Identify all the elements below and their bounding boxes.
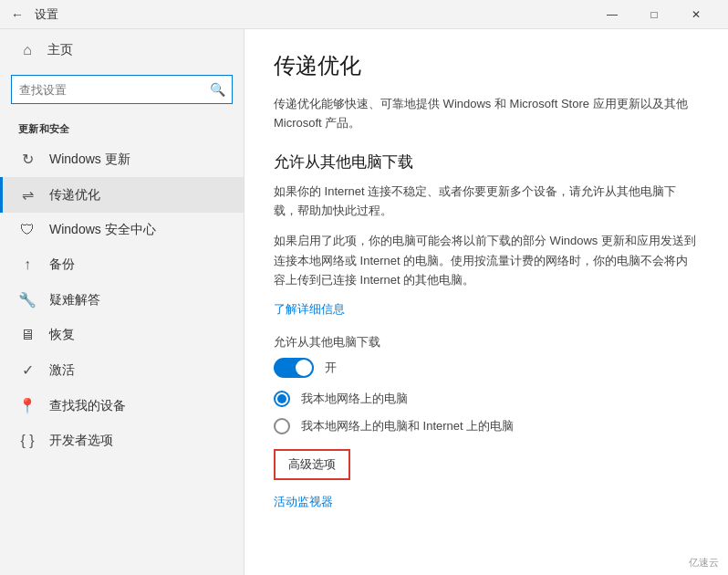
update-icon: ↻ <box>18 151 36 168</box>
sidebar-item-windows-security[interactable]: 🛡 Windows 安全中心 <box>0 213 244 247</box>
sidebar-item-windows-update[interactable]: ↻ Windows 更新 <box>0 141 244 177</box>
delivery-icon: ⇌ <box>18 186 36 204</box>
sidebar-label-windows-update: Windows 更新 <box>49 152 130 168</box>
sidebar-item-activation[interactable]: ✓ 激活 <box>0 352 244 388</box>
radio-option-internet[interactable]: 我本地网络上的电脑和 Internet 上的电脑 <box>274 418 699 434</box>
radio-local-circle <box>274 391 290 407</box>
activation-icon: ✓ <box>18 361 36 379</box>
sidebar-label-developer: 开发者选项 <box>49 433 113 449</box>
search-box: 🔍 <box>11 75 233 104</box>
toggle-knob <box>296 360 312 376</box>
sidebar-label-delivery-opt: 传递优化 <box>49 187 100 204</box>
allow-heading: 允许从其他电脑下载 <box>274 152 699 172</box>
sidebar-label-backup: 备份 <box>49 256 75 273</box>
sidebar: ⌂ 主页 🔍 更新和安全 ↻ Windows 更新 ⇌ 传递优化 🛡 Windo… <box>0 29 244 575</box>
search-input[interactable] <box>11 75 233 104</box>
back-button[interactable]: ← <box>11 7 24 22</box>
allow-desc1: 如果你的 Internet 连接不稳定、或者你要更新多个设备，请允许从其他电脑下… <box>274 182 699 221</box>
content-description: 传递优化能够快速、可靠地提供 Windows 和 Microsoft Store… <box>274 95 699 133</box>
toggle-switch[interactable] <box>274 358 314 378</box>
sidebar-label-find-device: 查找我的设备 <box>49 398 126 414</box>
main-container: ⌂ 主页 🔍 更新和安全 ↻ Windows 更新 ⇌ 传递优化 🛡 Windo… <box>0 29 728 575</box>
sidebar-label-recovery: 恢复 <box>49 327 75 343</box>
find-device-icon: 📍 <box>18 397 36 414</box>
window-controls: — □ ✕ <box>591 0 717 29</box>
home-label: 主页 <box>47 42 73 58</box>
radio-internet-circle <box>274 418 290 434</box>
recovery-icon: 🖥 <box>18 327 36 343</box>
sidebar-item-recovery[interactable]: 🖥 恢复 <box>0 318 244 352</box>
monitor-link[interactable]: 活动监视器 <box>274 495 333 508</box>
toggle-state-label: 开 <box>325 360 337 376</box>
toggle-section-label: 允许从其他电脑下载 <box>274 334 699 350</box>
content-area: 传递优化 传递优化能够快速、可靠地提供 Windows 和 Microsoft … <box>244 29 728 575</box>
home-icon: ⌂ <box>18 42 36 58</box>
title-bar: ← 设置 — □ ✕ <box>0 0 728 29</box>
close-button[interactable]: ✕ <box>675 0 717 29</box>
developer-icon: { } <box>18 433 36 449</box>
sidebar-home[interactable]: ⌂ 主页 <box>0 29 244 71</box>
sidebar-item-troubleshoot[interactable]: 🔧 疑难解答 <box>0 282 244 318</box>
shield-icon: 🛡 <box>18 222 36 238</box>
sidebar-item-find-device[interactable]: 📍 查找我的设备 <box>0 388 244 423</box>
search-icon: 🔍 <box>210 82 225 97</box>
minimize-button[interactable]: — <box>591 0 633 29</box>
backup-icon: ↑ <box>18 256 36 273</box>
radio-option-local[interactable]: 我本地网络上的电脑 <box>274 391 699 407</box>
watermark: 亿速云 <box>689 556 719 570</box>
sidebar-label-troubleshoot: 疑难解答 <box>49 292 100 308</box>
sidebar-section-title: 更新和安全 <box>0 115 244 141</box>
allow-desc2: 如果启用了此项，你的电脑可能会将以前下载的部分 Windows 更新和应用发送到… <box>274 231 699 289</box>
window-title: 设置 <box>35 6 58 23</box>
learn-more-link[interactable]: 了解详细信息 <box>274 301 699 318</box>
sidebar-item-delivery-opt[interactable]: ⇌ 传递优化 <box>0 177 244 213</box>
troubleshoot-icon: 🔧 <box>18 291 36 308</box>
sidebar-label-windows-security: Windows 安全中心 <box>49 222 156 238</box>
sidebar-item-backup[interactable]: ↑ 备份 <box>0 247 244 282</box>
sidebar-item-developer[interactable]: { } 开发者选项 <box>0 423 244 458</box>
radio-internet-label: 我本地网络上的电脑和 Internet 上的电脑 <box>301 418 514 434</box>
page-title: 传递优化 <box>274 51 699 80</box>
sidebar-label-activation: 激活 <box>49 362 75 379</box>
advanced-options-button[interactable]: 高级选项 <box>274 449 350 480</box>
toggle-row: 开 <box>274 358 699 378</box>
maximize-button[interactable]: □ <box>633 0 675 29</box>
radio-local-label: 我本地网络上的电脑 <box>301 391 408 407</box>
